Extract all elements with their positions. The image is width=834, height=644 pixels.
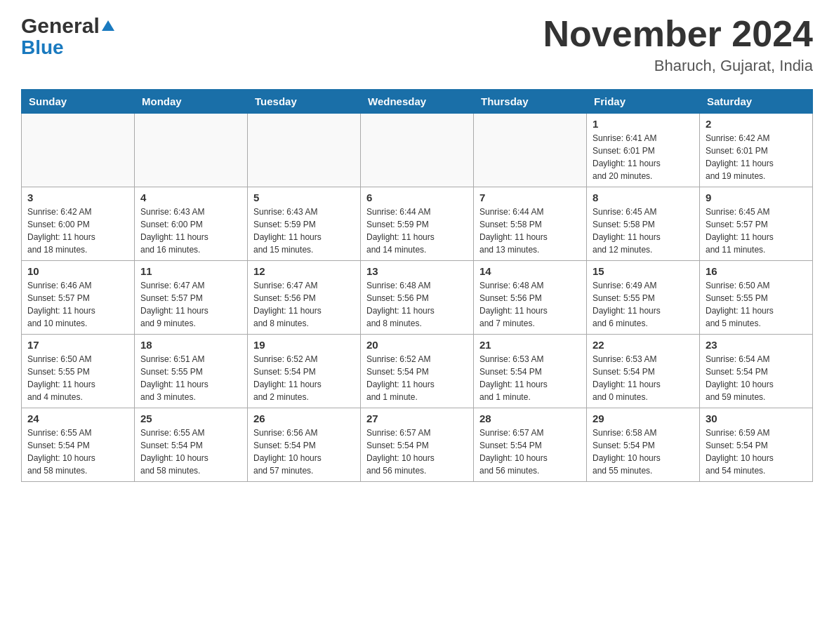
day-info: Sunrise: 6:49 AMSunset: 5:55 PMDaylight:… (593, 279, 694, 330)
day-number: 9 (706, 192, 807, 203)
day-number: 23 (706, 339, 807, 351)
calendar-cell: 22Sunrise: 6:53 AMSunset: 5:54 PMDayligh… (587, 335, 700, 408)
month-year-title: November 2024 (543, 14, 813, 54)
day-number: 16 (706, 265, 807, 277)
calendar-cell: 19Sunrise: 6:52 AMSunset: 5:54 PMDayligh… (248, 335, 361, 408)
day-info: Sunrise: 6:52 AMSunset: 5:54 PMDaylight:… (253, 353, 355, 403)
day-number: 13 (366, 265, 468, 277)
day-info: Sunrise: 6:51 AMSunset: 5:55 PMDaylight:… (140, 353, 241, 403)
calendar-cell: 23Sunrise: 6:54 AMSunset: 5:54 PMDayligh… (700, 335, 813, 408)
calendar-cell: 11Sunrise: 6:47 AMSunset: 5:57 PMDayligh… (135, 261, 248, 335)
day-info: Sunrise: 6:45 AMSunset: 5:57 PMDaylight:… (706, 206, 807, 256)
calendar-cell: 29Sunrise: 6:58 AMSunset: 5:54 PMDayligh… (587, 408, 700, 482)
day-info: Sunrise: 6:44 AMSunset: 5:58 PMDaylight:… (479, 206, 581, 256)
day-info: Sunrise: 6:55 AMSunset: 5:54 PMDaylight:… (140, 427, 241, 477)
day-info: Sunrise: 6:56 AMSunset: 5:54 PMDaylight:… (253, 427, 355, 477)
col-header-monday: Monday (135, 90, 248, 114)
calendar-cell: 20Sunrise: 6:52 AMSunset: 5:54 PMDayligh… (361, 335, 474, 408)
calendar-cell: 10Sunrise: 6:46 AMSunset: 5:57 PMDayligh… (22, 261, 135, 335)
calendar-cell: 27Sunrise: 6:57 AMSunset: 5:54 PMDayligh… (361, 408, 474, 482)
day-number: 26 (253, 412, 355, 424)
day-number: 21 (479, 339, 581, 351)
calendar-week-2: 3Sunrise: 6:42 AMSunset: 6:00 PMDaylight… (22, 187, 813, 261)
title-area: November 2024 Bharuch, Gujarat, India (543, 14, 813, 75)
day-info: Sunrise: 6:48 AMSunset: 5:56 PMDaylight:… (479, 279, 581, 330)
day-info: Sunrise: 6:53 AMSunset: 5:54 PMDaylight:… (593, 353, 694, 403)
calendar-cell: 3Sunrise: 6:42 AMSunset: 6:00 PMDaylight… (22, 187, 135, 261)
day-info: Sunrise: 6:45 AMSunset: 5:58 PMDaylight:… (593, 206, 694, 256)
calendar-cell: 18Sunrise: 6:51 AMSunset: 5:55 PMDayligh… (135, 335, 248, 408)
logo: General Blue (21, 14, 114, 59)
calendar-cell: 7Sunrise: 6:44 AMSunset: 5:58 PMDaylight… (474, 187, 587, 261)
day-number: 6 (366, 192, 468, 203)
day-info: Sunrise: 6:43 AMSunset: 5:59 PMDaylight:… (253, 206, 355, 256)
calendar-cell: 2Sunrise: 6:42 AMSunset: 6:01 PMDaylight… (700, 114, 813, 187)
calendar-cell: 25Sunrise: 6:55 AMSunset: 5:54 PMDayligh… (135, 408, 248, 482)
calendar-cell: 5Sunrise: 6:43 AMSunset: 5:59 PMDaylight… (248, 187, 361, 261)
day-number: 5 (253, 192, 355, 203)
calendar-cell: 16Sunrise: 6:50 AMSunset: 5:55 PMDayligh… (700, 261, 813, 335)
calendar-cell (22, 114, 135, 187)
calendar-cell (474, 114, 587, 187)
day-number: 20 (366, 339, 468, 351)
day-info: Sunrise: 6:57 AMSunset: 5:54 PMDaylight:… (366, 427, 468, 477)
day-number: 15 (593, 265, 694, 277)
day-info: Sunrise: 6:59 AMSunset: 5:54 PMDaylight:… (706, 427, 807, 477)
day-number: 29 (593, 412, 694, 424)
day-info: Sunrise: 6:41 AMSunset: 6:01 PMDaylight:… (593, 132, 694, 182)
calendar-cell: 30Sunrise: 6:59 AMSunset: 5:54 PMDayligh… (700, 408, 813, 482)
calendar-cell: 17Sunrise: 6:50 AMSunset: 5:55 PMDayligh… (22, 335, 135, 408)
calendar-cell (135, 114, 248, 187)
calendar-cell (361, 114, 474, 187)
calendar-week-3: 10Sunrise: 6:46 AMSunset: 5:57 PMDayligh… (22, 261, 813, 335)
logo-blue: Blue (21, 37, 64, 59)
day-info: Sunrise: 6:43 AMSunset: 6:00 PMDaylight:… (140, 206, 241, 256)
day-number: 12 (253, 265, 355, 277)
day-info: Sunrise: 6:47 AMSunset: 5:57 PMDaylight:… (140, 279, 241, 330)
calendar-cell: 21Sunrise: 6:53 AMSunset: 5:54 PMDayligh… (474, 335, 587, 408)
day-info: Sunrise: 6:42 AMSunset: 6:01 PMDaylight:… (706, 132, 807, 182)
day-info: Sunrise: 6:48 AMSunset: 5:56 PMDaylight:… (366, 279, 468, 330)
col-header-friday: Friday (587, 90, 700, 114)
col-header-tuesday: Tuesday (248, 90, 361, 114)
day-number: 17 (27, 339, 128, 351)
calendar-cell: 4Sunrise: 6:43 AMSunset: 6:00 PMDaylight… (135, 187, 248, 261)
calendar-header-row: SundayMondayTuesdayWednesdayThursdayFrid… (22, 90, 813, 114)
calendar-cell: 13Sunrise: 6:48 AMSunset: 5:56 PMDayligh… (361, 261, 474, 335)
col-header-saturday: Saturday (700, 90, 813, 114)
day-number: 14 (479, 265, 581, 277)
day-info: Sunrise: 6:50 AMSunset: 5:55 PMDaylight:… (27, 353, 128, 403)
day-number: 3 (27, 192, 128, 203)
day-info: Sunrise: 6:57 AMSunset: 5:54 PMDaylight:… (479, 427, 581, 477)
day-number: 19 (253, 339, 355, 351)
calendar-cell: 14Sunrise: 6:48 AMSunset: 5:56 PMDayligh… (474, 261, 587, 335)
day-info: Sunrise: 6:50 AMSunset: 5:55 PMDaylight:… (706, 279, 807, 330)
calendar-cell: 26Sunrise: 6:56 AMSunset: 5:54 PMDayligh… (248, 408, 361, 482)
calendar-cell: 28Sunrise: 6:57 AMSunset: 5:54 PMDayligh… (474, 408, 587, 482)
calendar-cell: 24Sunrise: 6:55 AMSunset: 5:54 PMDayligh… (22, 408, 135, 482)
calendar-cell: 15Sunrise: 6:49 AMSunset: 5:55 PMDayligh… (587, 261, 700, 335)
day-info: Sunrise: 6:46 AMSunset: 5:57 PMDaylight:… (27, 279, 128, 330)
day-info: Sunrise: 6:55 AMSunset: 5:54 PMDaylight:… (27, 427, 128, 477)
day-number: 25 (140, 412, 241, 424)
day-number: 8 (593, 192, 694, 203)
calendar-cell (248, 114, 361, 187)
day-info: Sunrise: 6:44 AMSunset: 5:59 PMDaylight:… (366, 206, 468, 256)
day-number: 24 (27, 412, 128, 424)
day-info: Sunrise: 6:47 AMSunset: 5:56 PMDaylight:… (253, 279, 355, 330)
day-info: Sunrise: 6:52 AMSunset: 5:54 PMDaylight:… (366, 353, 468, 403)
col-header-sunday: Sunday (22, 90, 135, 114)
day-info: Sunrise: 6:53 AMSunset: 5:54 PMDaylight:… (479, 353, 581, 403)
day-number: 4 (140, 192, 241, 203)
day-number: 7 (479, 192, 581, 203)
day-number: 2 (706, 118, 807, 130)
location-subtitle: Bharuch, Gujarat, India (543, 57, 813, 75)
day-number: 30 (706, 412, 807, 424)
day-number: 22 (593, 339, 694, 351)
day-number: 11 (140, 265, 241, 277)
day-number: 18 (140, 339, 241, 351)
day-info: Sunrise: 6:42 AMSunset: 6:00 PMDaylight:… (27, 206, 128, 256)
day-number: 28 (479, 412, 581, 424)
day-info: Sunrise: 6:58 AMSunset: 5:54 PMDaylight:… (593, 427, 694, 477)
calendar-cell: 9Sunrise: 6:45 AMSunset: 5:57 PMDaylight… (700, 187, 813, 261)
